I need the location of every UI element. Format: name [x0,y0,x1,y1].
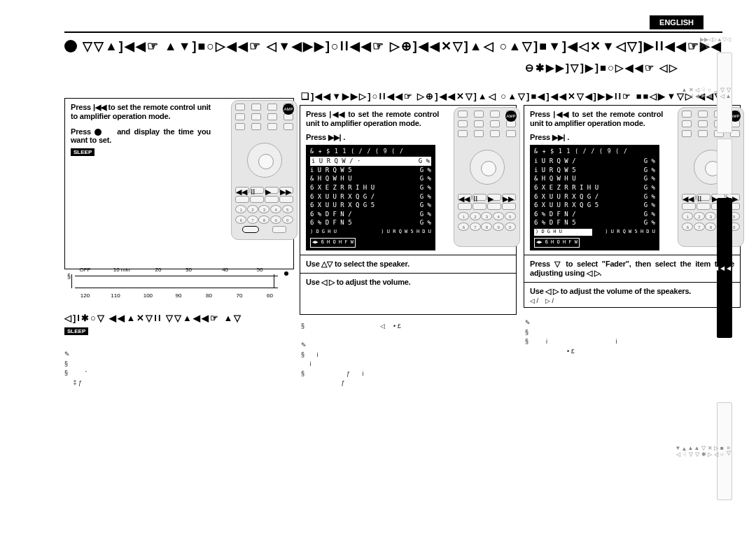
round-button-icon [94,129,102,136]
skip-back-icon [553,110,569,118]
col1-step1: Press to set the remote control unit to … [71,103,211,120]
leftright-icon [587,269,599,277]
col2-step4: Use to adjust the volume. [306,278,510,287]
skip-back-icon [93,103,106,111]
language-tab: ENGLISH [650,15,704,29]
leftright-icon [545,287,558,295]
section-headline: ▽▽▲]◀◀☞ ▲▼]■○▷◀◀☞ ◁▼◀▶▶]○II◀◀☞ ▷⊕]◀◀✕▽]▲… [64,38,722,54]
skip-forward-icon [552,133,565,141]
col3-box: Press to set the remote control unit to … [524,105,741,308]
updown-icon [321,260,332,268]
col3-step1: Press to set the remote control unit to … [530,110,663,127]
amp-button-icon: AMP [505,111,517,122]
side-tab-2 [717,139,732,194]
sleep-timer-diagram: § OFF 10 min 20 30 40 50 120 110 100 90 … [71,276,281,288]
cancel-sleep-heading: ◁]I✱○▽ ◀◀▲✕▽II ▽▽▲◀◀☞ ▲▽ SLEEP [64,313,295,335]
leftright-icon [321,278,334,286]
col3-notes: ✎§§ i i • £ [525,318,735,356]
col1-step2: Press and display the time you want to s… [71,127,211,144]
col2-step1: Press to set the remote control unit to … [306,110,439,127]
skip-forward-icon [328,133,341,141]
col2-box: Press to set the remote control unit to … [300,105,517,315]
col3-step4: Use to adjust the volume of the speakers… [530,287,734,296]
display-panel: & + $ 1 1 ( / / ( 9 ( / i U R Q W / G % … [530,145,659,250]
skip-back-icon [329,110,345,118]
dpad-icon [247,143,282,178]
side-tab-1: ▽▲▽◁II○◀☞▶◁◀✕◁▲▽ [717,52,732,133]
side-tab-active: ◀◀◀▶◀▶✱▽◀◁▶▷◀▶▲▽ [717,198,732,338]
down-icon [554,260,562,268]
headline-text: ▽▽▲]◀◀☞ ▲▼]■○▷◀◀☞ ◁▼◀▶▶]○II◀◀☞ ▷⊕]◀◀✕▽]▲… [83,38,722,54]
col1-box: Press to set the remote control unit to … [64,98,294,269]
bullet-icon [64,40,77,52]
headline-right: ⊖✱▶▶]▽]▶]■○▷◀◀☞ ◁▷ [525,62,679,74]
remote-illustration: AMP ◀◀II▶▶▶ 12345 67890 [454,107,520,247]
amp-button-icon: AMP [283,104,294,115]
subsection-heading: ❏]◀◀▼▶▶▷]○II◀◀☞ ▷⊕]◀◀✕▽]▲◁ ○▲▽]■◀]◀◀✕▽◀]… [301,91,721,101]
remote-illustration: AMP ◀◀II▶▶▶ 12345 67890 [231,100,298,240]
display-panel: & + $ 1 1 ( / / ( 9 ( / i U R Q W / · G … [306,145,435,250]
side-tab-3: ≡▽■○▷◁✕▷▽✱▲▽▲▽▲☞▼◁ [717,402,732,500]
top-rule [64,31,722,33]
page-code: ▶▶◁▷▲▽◁☞▽ [700,36,731,49]
col1-notes: ✎§§ ' ‡ ƒ [64,350,274,388]
col2-notes: § ◁ • £ ✎§ i i§ ƒ i ƒ [301,322,511,388]
col2-step3: Use to select the speaker. [306,260,510,269]
side-tabs: ▶▶◁▷▲▽◁☞▽ ▽▲▽◁II○◀☞▶◁◀✕◁▲▽ ◀◀◀▶◀▶✱▽◀◁▶▷◀… [713,14,735,518]
